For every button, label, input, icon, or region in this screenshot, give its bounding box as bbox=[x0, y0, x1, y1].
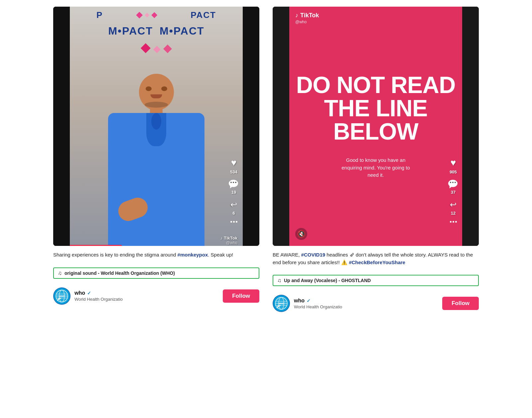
author-subtitle-left: World Health Organizatio bbox=[74, 297, 219, 302]
handle-left: @who bbox=[226, 241, 237, 245]
share-count-left: 6 bbox=[232, 211, 235, 216]
tiktok-icon-left: ♪ bbox=[220, 236, 223, 241]
caption-right: BE AWARE, #COVID19 headlines 🗞 don't alw… bbox=[273, 250, 479, 271]
author-row-left: WHO who ✓ World Health Organizatio Follo… bbox=[53, 287, 259, 305]
verified-badge-left: ✓ bbox=[87, 290, 91, 296]
sub-text-right: Good to know you have an enquiring mind.… bbox=[339, 157, 412, 179]
action-buttons-right: ♥ 905 37 ↪ bbox=[448, 157, 458, 223]
mpact-label-2: M•PACT bbox=[160, 25, 204, 37]
author-name-right: who ✓ bbox=[294, 298, 438, 304]
svg-text:WHO: WHO bbox=[278, 302, 284, 305]
mpact-label-1: M•PACT bbox=[108, 25, 153, 37]
like-count-right: 905 bbox=[450, 169, 457, 174]
big-text-line1: DO NOT READ bbox=[296, 73, 456, 97]
caption-text-right: BE AWARE, #COVID19 headlines 🗞 don't alw… bbox=[273, 251, 479, 266]
hashtag-monkeypox: #monkeypox bbox=[178, 252, 208, 258]
more-action-right[interactable] bbox=[450, 221, 457, 223]
comment-count-right: 37 bbox=[451, 190, 456, 195]
author-info-right: who ✓ World Health Organizatio bbox=[294, 298, 438, 309]
tiktok-icon-right: ♪ bbox=[295, 12, 298, 19]
big-text-line2: THE LINE bbox=[296, 97, 456, 120]
action-buttons-left: ♥ 534 19 bbox=[229, 157, 239, 223]
share-count-right: 12 bbox=[451, 211, 456, 216]
more-action-left[interactable] bbox=[230, 221, 237, 223]
svg-text:WHO: WHO bbox=[59, 295, 65, 297]
hashtag-covid: #COVID19 bbox=[301, 252, 326, 258]
comment-count-left: 19 bbox=[231, 190, 236, 195]
author-subtitle-right: World Health Organizatio bbox=[294, 304, 438, 309]
brand-text-right: PACT bbox=[191, 10, 216, 20]
sound-label-left: original sound - World Health Organizati… bbox=[65, 270, 175, 276]
video-right-header: ♪ TikTok @who bbox=[295, 12, 319, 24]
tiktok-watermark-left: ♪ TikTok bbox=[220, 236, 237, 241]
who-avatar-left: WHO bbox=[53, 287, 70, 305]
sound-label-right: Up and Away (Vocalese) - GHOSTLAND bbox=[284, 278, 371, 283]
caption-left: Sharing experiences is key to ending the… bbox=[53, 250, 259, 263]
video-right[interactable]: ♪ TikTok @who DO NOT READ THE LINE BELOW… bbox=[273, 7, 479, 246]
person-figure bbox=[108, 74, 204, 246]
author-info-left: who ✓ World Health Organizatio bbox=[74, 290, 219, 302]
big-text-area: DO NOT READ THE LINE BELOW bbox=[296, 73, 456, 143]
comment-action-right[interactable]: 37 bbox=[448, 180, 458, 195]
like-count-left: 534 bbox=[230, 169, 237, 174]
verified-badge-right: ✓ bbox=[307, 298, 311, 303]
like-action-right[interactable]: ♥ 905 bbox=[450, 157, 457, 174]
music-note-right: ♫ bbox=[277, 277, 281, 283]
mute-button-right[interactable]: 🔇 bbox=[295, 228, 307, 240]
who-avatar-right: WHO bbox=[273, 295, 290, 312]
share-action-left[interactable]: ↪ 6 bbox=[230, 200, 237, 216]
tiktok-card-right: ♪ TikTok @who DO NOT READ THE LINE BELOW… bbox=[273, 7, 479, 312]
tiktok-card-left: P PACT M•PACT M•PACT bbox=[53, 7, 259, 305]
video-left[interactable]: P PACT M•PACT M•PACT bbox=[53, 7, 259, 246]
hashtag-checkbefore: #CheckBeforeYouShare bbox=[349, 260, 405, 265]
sound-tag-left[interactable]: ♫ original sound - World Health Organiza… bbox=[53, 267, 259, 279]
comment-action-left[interactable]: 19 bbox=[229, 180, 239, 195]
brand-text-left: P bbox=[96, 10, 103, 20]
author-row-right: WHO who ✓ World Health Organizatio Follo… bbox=[273, 295, 479, 312]
author-name-left: who ✓ bbox=[74, 290, 219, 296]
video-right-handle: @who bbox=[295, 20, 319, 24]
music-note-left: ♫ bbox=[58, 270, 62, 276]
big-text-line3: BELOW bbox=[296, 120, 456, 143]
like-action-left[interactable]: ♥ 534 bbox=[230, 157, 237, 174]
follow-button-left[interactable]: Follow bbox=[223, 289, 259, 303]
follow-button-right[interactable]: Follow bbox=[442, 297, 479, 310]
share-action-right[interactable]: ↪ 12 bbox=[450, 200, 457, 216]
sound-tag-right[interactable]: ♫ Up and Away (Vocalese) - GHOSTLAND bbox=[273, 275, 479, 286]
caption-text-left: Sharing experiences is key to ending the… bbox=[53, 251, 259, 259]
